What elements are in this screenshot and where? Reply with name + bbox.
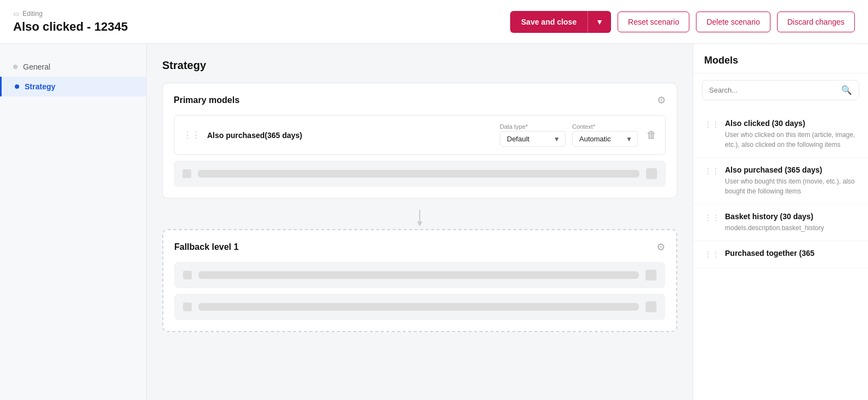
top-bar: ▭ Editing Also clicked - 12345 Save and … — [0, 0, 868, 44]
sidebar-item-strategy[interactable]: Strategy — [0, 77, 146, 96]
model-item-title-1: Also clicked (30 days) — [725, 119, 857, 128]
save-close-button[interactable]: Save and close ▼ — [510, 11, 611, 33]
model-item-drag-2: ⋮⋮ — [704, 165, 719, 196]
primary-models-title: Primary models — [174, 95, 239, 105]
model-item-desc-1: User who clicked on this item (article, … — [725, 130, 857, 150]
fallback-card-header: Fallback level 1 ⚙ — [174, 241, 665, 253]
models-list: ⋮⋮ Also clicked (30 days) User who click… — [693, 107, 868, 400]
context-select[interactable]: Automatic Manual — [572, 131, 638, 147]
context-group: Context* Automatic Manual ▼ — [572, 123, 638, 147]
search-input[interactable] — [709, 86, 837, 94]
model-item-title-3: Basket history (30 days) — [725, 212, 857, 221]
models-panel: Models 🔍 ⋮⋮ Also clicked (30 days) User … — [693, 44, 868, 400]
delete-model-button[interactable]: 🗑 — [647, 129, 656, 141]
connector: ▼ — [162, 209, 677, 229]
fallback-placeholder-action-1 — [646, 270, 656, 281]
model-item-content-4: Purchased together (365 — [725, 249, 857, 260]
sidebar-dot-strategy — [15, 84, 19, 89]
model-item-purchased-together[interactable]: ⋮⋮ Purchased together (365 — [693, 241, 868, 268]
sidebar-item-general[interactable]: General — [0, 57, 146, 77]
top-bar-actions: Save and close ▼ Reset scenario Delete s… — [510, 11, 855, 33]
sidebar-dot-general — [13, 65, 18, 69]
model-item-drag-4: ⋮⋮ — [704, 249, 719, 260]
model-item-content-2: Also purchased (365 days) User who bough… — [725, 165, 857, 196]
save-close-dropdown-icon[interactable]: ▼ — [587, 11, 611, 33]
fallback-placeholder-bar-2 — [198, 303, 639, 311]
connector-arrow-icon: ▼ — [415, 219, 424, 228]
model-item-title-4: Purchased together (365 — [725, 249, 857, 258]
main-content: Strategy Primary models ⚙ ⋮⋮ Also purcha… — [147, 44, 693, 400]
primary-models-card: Primary models ⚙ ⋮⋮ Also purchased(365 d… — [162, 83, 677, 198]
model-item-desc-2: User who bought this item (movie, etc.),… — [725, 176, 857, 196]
placeholder-row-1 — [174, 161, 666, 187]
search-box: 🔍 — [702, 80, 859, 100]
body-container: General Strategy Strategy Primary models… — [0, 44, 868, 400]
fallback-placeholder-bar-1 — [198, 271, 639, 279]
edit-icon: ▭ — [13, 10, 19, 18]
drag-handle-primary[interactable]: ⋮⋮ — [183, 130, 201, 140]
context-select-wrapper: Automatic Manual ▼ — [572, 131, 638, 147]
save-close-label[interactable]: Save and close — [510, 11, 587, 33]
primary-model-row: ⋮⋮ Also purchased(365 days) Data type* D… — [174, 115, 666, 155]
connector-line: ▼ — [415, 210, 424, 228]
placeholder-drag-1 — [182, 169, 191, 178]
top-bar-left: ▭ Editing Also clicked - 12345 — [13, 10, 510, 34]
data-type-select[interactable]: Default Custom — [500, 131, 566, 147]
data-type-group: Data type* Default Custom ▼ — [500, 123, 566, 147]
section-title: Strategy — [162, 59, 677, 72]
model-item-drag-1: ⋮⋮ — [704, 119, 719, 150]
fallback-card-title: Fallback level 1 — [174, 242, 238, 252]
model-item-desc-3: models.description.basket_history — [725, 223, 857, 233]
model-item-content-3: Basket history (30 days) models.descript… — [725, 212, 857, 233]
primary-models-header: Primary models ⚙ — [174, 94, 666, 106]
data-type-select-wrapper: Default Custom ▼ — [500, 131, 566, 147]
data-type-label: Data type* — [500, 123, 566, 130]
fallback-gear-icon[interactable]: ⚙ — [656, 241, 665, 253]
fallback-placeholder-drag-1 — [183, 271, 192, 279]
model-item-content-1: Also clicked (30 days) User who clicked … — [725, 119, 857, 150]
placeholder-action-1 — [646, 168, 657, 179]
fallback-placeholder-row-1 — [174, 262, 665, 288]
page-title: Also clicked - 12345 — [13, 20, 510, 34]
editing-text: Editing — [22, 10, 43, 18]
fallback-placeholder-row-2 — [174, 294, 665, 320]
fallback-placeholder-action-2 — [646, 301, 656, 312]
model-item-drag-3: ⋮⋮ — [704, 212, 719, 233]
placeholder-bar-1 — [198, 170, 639, 178]
sidebar-label-general: General — [23, 62, 50, 71]
model-item-basket-history[interactable]: ⋮⋮ Basket history (30 days) models.descr… — [693, 204, 868, 241]
context-label: Context* — [572, 123, 638, 130]
delete-scenario-button[interactable]: Delete scenario — [696, 12, 770, 32]
model-item-also-clicked[interactable]: ⋮⋮ Also clicked (30 days) User who click… — [693, 111, 868, 158]
fallback-placeholder-drag-2 — [183, 302, 192, 311]
editing-label: ▭ Editing — [13, 10, 510, 18]
sidebar: General Strategy — [0, 44, 147, 400]
fallback-card: Fallback level 1 ⚙ — [162, 229, 677, 332]
model-item-title-2: Also purchased (365 days) — [725, 165, 857, 174]
model-item-also-purchased[interactable]: ⋮⋮ Also purchased (365 days) User who bo… — [693, 158, 868, 204]
search-icon: 🔍 — [841, 85, 852, 95]
primary-models-gear-icon[interactable]: ⚙ — [657, 94, 666, 106]
reset-scenario-button[interactable]: Reset scenario — [618, 12, 689, 32]
models-panel-title: Models — [693, 44, 868, 73]
primary-model-name: Also purchased(365 days) — [207, 131, 493, 140]
discard-changes-button[interactable]: Discard changes — [777, 12, 855, 32]
sidebar-label-strategy: Strategy — [25, 82, 55, 91]
